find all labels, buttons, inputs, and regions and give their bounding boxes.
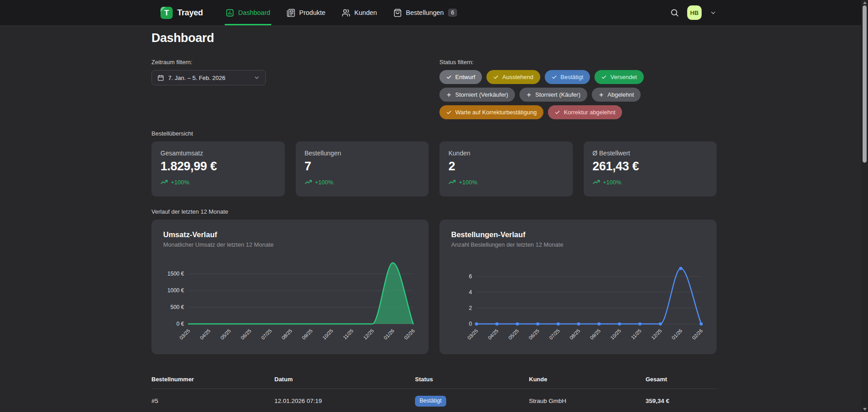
plus-icon xyxy=(599,92,604,98)
stat-card-trend: +100% xyxy=(448,178,564,186)
stat-card-label: Bestellungen xyxy=(305,150,420,157)
status-filter-best-tigt[interactable]: Bestätigt xyxy=(545,70,590,84)
stat-card-label: Ø Bestellwert xyxy=(593,150,708,157)
svg-text:0 €: 0 € xyxy=(176,321,184,327)
check-icon xyxy=(552,75,557,80)
svg-text:1500 €: 1500 € xyxy=(167,271,184,277)
status-filter-abgelehnt[interactable]: Abgelehnt xyxy=(592,88,641,102)
plus-icon xyxy=(526,92,532,98)
date-range-value: 7. Jan. – 5. Feb. 2026 xyxy=(168,75,250,81)
products-icon xyxy=(287,9,295,17)
nav-item-kunden[interactable]: Kunden xyxy=(341,0,378,25)
nav-item-produkte[interactable]: Produkte xyxy=(286,0,326,25)
nav-item-dashboard[interactable]: Dashboard xyxy=(225,0,271,25)
status-filter-ausstehend[interactable]: Ausstehend xyxy=(486,70,540,84)
nav-items: DashboardProdukteKundenBestellungen6 xyxy=(225,0,458,25)
stat-cards: Gesamtumsatz1.829,99 €+100%Bestellungen7… xyxy=(151,141,717,197)
column-header-gesamt: Gesamt xyxy=(646,376,717,383)
status-filter-versendet[interactable]: Versendet xyxy=(594,70,644,84)
svg-text:07/25: 07/25 xyxy=(548,328,561,341)
scrollbar-up-arrow-icon[interactable] xyxy=(863,1,867,4)
svg-text:06/25: 06/25 xyxy=(240,328,252,341)
svg-text:1000 €: 1000 € xyxy=(167,287,184,294)
nav-item-label: Dashboard xyxy=(238,9,270,16)
trending-up-icon xyxy=(305,178,312,186)
brand[interactable]: T Trayed xyxy=(160,0,203,25)
scrollbar-thumb[interactable] xyxy=(863,5,867,163)
svg-text:01/26: 01/26 xyxy=(670,328,683,341)
top-nav: T Trayed DashboardProdukteKundenBestellu… xyxy=(0,0,868,26)
dashboard-icon xyxy=(226,9,234,17)
status-badge-label: Korrektur abgelehnt xyxy=(564,109,615,115)
svg-text:0: 0 xyxy=(469,321,472,327)
table-body: #512.01.2026 07:19BestätigtStraub GmbH35… xyxy=(151,389,717,412)
table-header-row: BestellnummerDatumStatusKundeGesamt xyxy=(151,373,717,389)
avatar[interactable]: HB xyxy=(687,5,702,20)
zeitraum-filter-label: Zeitraum filtern: xyxy=(151,59,439,66)
search-icon[interactable] xyxy=(670,8,679,17)
stat-card-kunden: Kunden2+100% xyxy=(439,141,573,197)
status-badge-label: Abgelehnt xyxy=(608,92,634,98)
page-scrollbar[interactable] xyxy=(861,0,868,412)
orders-count-badge: 6 xyxy=(448,9,458,17)
revenue-chart: 0 €500 €1000 €1500 €03/2504/2505/2506/25… xyxy=(163,254,417,346)
svg-text:05/25: 05/25 xyxy=(507,328,520,341)
stat-card-trend: +100% xyxy=(305,178,420,186)
overview-section-label: Bestellübersicht xyxy=(151,130,717,137)
svg-text:08/25: 08/25 xyxy=(280,328,293,341)
nav-item-label: Kunden xyxy=(354,9,377,16)
date-range-picker[interactable]: 7. Jan. – 5. Feb. 2026 xyxy=(151,70,266,85)
stat-card-label: Kunden xyxy=(448,150,564,157)
status-filter-storniert-verk-ufer[interactable]: Storniert (Verkäufer) xyxy=(439,88,515,102)
revenue-chart-subtitle: Monatlicher Umsatz der letzten 12 Monate xyxy=(163,241,417,248)
status-badge-label: Storniert (Käufer) xyxy=(535,92,580,98)
orders-table: BestellnummerDatumStatusKundeGesamt #512… xyxy=(151,373,717,412)
chevron-down-icon[interactable] xyxy=(710,9,717,16)
svg-text:500 €: 500 € xyxy=(170,304,184,310)
status-filter-label: Status filtern: xyxy=(439,59,717,66)
svg-text:02/26: 02/26 xyxy=(691,328,703,341)
svg-text:09/25: 09/25 xyxy=(589,328,602,341)
trend-value: +100% xyxy=(171,179,189,186)
stat-card-gesamtumsatz: Gesamtumsatz1.829,99 €+100% xyxy=(151,141,285,197)
status-filter-korrektur-abgelehnt[interactable]: Korrektur abgelehnt xyxy=(548,105,622,119)
table-row[interactable]: #512.01.2026 07:19BestätigtStraub GmbH35… xyxy=(151,389,717,412)
status-filter-warte-auf-korrekturbest-tigung[interactable]: Warte auf Korrekturbestätigung xyxy=(439,105,543,119)
status-filter-entwurf[interactable]: Entwurf xyxy=(439,70,482,84)
calendar-icon xyxy=(157,75,164,81)
status-badge-label: Ausstehend xyxy=(502,74,533,80)
orders-chart-title: Bestellungen-Verlauf xyxy=(451,230,705,239)
nav-item-label: Bestellungen xyxy=(406,9,444,16)
svg-text:07/25: 07/25 xyxy=(260,328,273,341)
svg-text:05/25: 05/25 xyxy=(219,328,232,341)
nav-item-label: Produkte xyxy=(299,9,326,16)
status-filter-storniert-k-ufer[interactable]: Storniert (Käufer) xyxy=(519,88,587,102)
order-total-cell: 359,34 € xyxy=(646,398,717,404)
nav-item-bestellungen[interactable]: Bestellungen6 xyxy=(392,0,458,25)
svg-text:12/25: 12/25 xyxy=(650,328,663,341)
column-header-bestellnummer: Bestellnummer xyxy=(151,376,274,383)
svg-text:11/25: 11/25 xyxy=(342,328,354,340)
check-icon xyxy=(446,110,452,115)
status-filter-badges: EntwurfAusstehendBestätigtVersendetStorn… xyxy=(439,70,711,119)
stat-card-trend: +100% xyxy=(593,178,708,186)
status-badge-label: Warte auf Korrekturbestätigung xyxy=(455,109,537,115)
orders-chart: 024603/2504/2505/2506/2507/2508/2509/251… xyxy=(451,254,705,346)
stat-card-label: Gesamtumsatz xyxy=(160,150,276,157)
charts-grid: Umsatz-Verlauf Monatlicher Umsatz der le… xyxy=(151,220,717,354)
svg-text:01/26: 01/26 xyxy=(382,328,395,341)
svg-text:04/25: 04/25 xyxy=(487,328,500,341)
check-icon xyxy=(446,75,452,80)
chevron-down-icon xyxy=(254,75,260,81)
status-badge-label: Entwurf xyxy=(455,74,475,80)
stat-card-bestellungen: Bestellungen7+100% xyxy=(296,141,429,197)
scrollbar-down-arrow-icon[interactable] xyxy=(863,408,867,411)
trend-value: +100% xyxy=(459,179,477,186)
svg-text:12/25: 12/25 xyxy=(362,328,375,341)
svg-text:08/25: 08/25 xyxy=(568,328,581,341)
orders-icon xyxy=(393,9,402,17)
svg-text:06/25: 06/25 xyxy=(528,328,540,341)
column-header-datum: Datum xyxy=(274,376,415,383)
plus-icon xyxy=(446,92,452,98)
orders-chart-card: Bestellungen-Verlauf Anzahl Bestellungen… xyxy=(439,220,717,354)
